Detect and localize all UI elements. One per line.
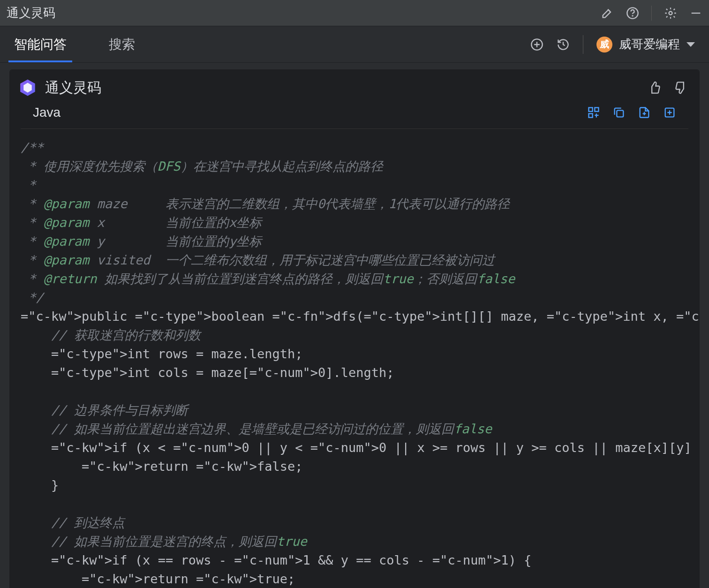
separator — [651, 6, 652, 21]
svg-point-2 — [669, 11, 672, 15]
panel-header: 通义灵码 — [9, 69, 700, 102]
diff-icon[interactable] — [638, 106, 651, 119]
separator — [583, 35, 583, 54]
chevron-down-icon — [686, 42, 695, 47]
toolbar: 智能问答 搜索 威 威哥爱编程 — [0, 26, 709, 63]
tab-qa[interactable]: 智能问答 — [14, 26, 67, 62]
chat-panel: 通义灵码 Java /** * 使用深 — [9, 69, 700, 588]
copy-icon[interactable] — [612, 106, 626, 119]
toolbar-right: 威 威哥爱编程 — [530, 35, 695, 54]
svg-rect-4 — [589, 108, 593, 112]
svg-rect-7 — [617, 110, 623, 117]
code-actions — [587, 106, 676, 119]
feedback-row — [648, 81, 687, 94]
tab-search[interactable]: 搜索 — [109, 26, 135, 62]
new-file-icon[interactable] — [663, 106, 676, 119]
tab-list: 智能问答 搜索 — [14, 26, 135, 62]
svg-point-1 — [632, 15, 633, 16]
history-icon[interactable] — [557, 38, 570, 51]
thumbs-up-icon[interactable] — [648, 81, 661, 94]
avatar: 威 — [596, 37, 612, 53]
svg-rect-6 — [589, 113, 593, 117]
titlebar-actions — [601, 6, 702, 21]
app-title: 通义灵码 — [7, 5, 55, 21]
minimize-icon[interactable] — [689, 7, 702, 20]
gear-icon[interactable] — [664, 7, 677, 20]
insert-code-icon[interactable] — [587, 106, 600, 119]
username: 威哥爱编程 — [619, 36, 680, 53]
panel-title: 通义灵码 — [45, 78, 101, 98]
code-block: /** * 使用深度优先搜索（DFS）在迷宫中寻找从起点到终点的路径 * * @… — [9, 129, 700, 588]
edit-icon[interactable] — [601, 7, 614, 20]
language-label: Java — [33, 105, 60, 120]
new-chat-icon[interactable] — [530, 38, 543, 51]
svg-rect-5 — [595, 108, 598, 112]
help-icon[interactable] — [626, 7, 639, 20]
thumbs-down-icon[interactable] — [674, 81, 687, 94]
code-header: Java — [21, 102, 688, 129]
titlebar: 通义灵码 — [0, 0, 709, 26]
user-menu[interactable]: 威 威哥爱编程 — [596, 36, 695, 53]
assistant-logo-icon — [18, 78, 38, 98]
